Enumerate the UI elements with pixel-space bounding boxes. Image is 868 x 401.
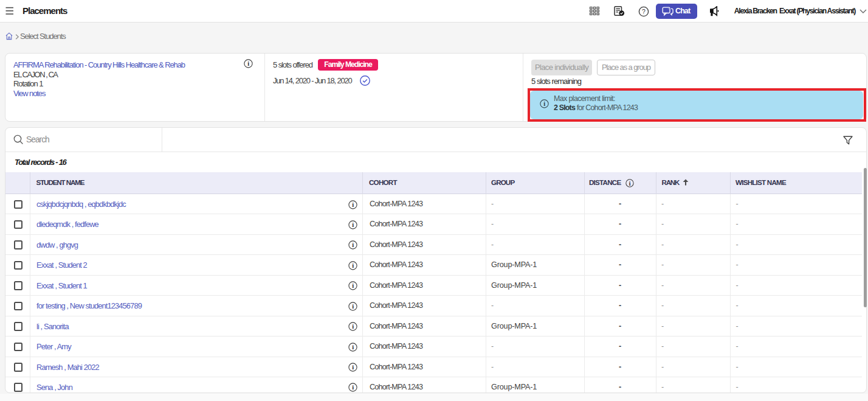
svg-text:?: ? [642, 8, 646, 15]
svg-text:i: i [352, 262, 354, 269]
svg-text:i: i [247, 60, 249, 67]
svg-text:i: i [352, 242, 354, 249]
svg-text:i: i [352, 303, 354, 310]
svg-text:i: i [352, 344, 354, 350]
svg-text:i: i [629, 180, 631, 187]
svg-text:i: i [352, 221, 354, 228]
svg-text:i: i [352, 323, 354, 330]
svg-text:i: i [352, 201, 354, 208]
svg-text:i: i [352, 364, 354, 371]
svg-text:i: i [352, 385, 354, 391]
svg-text:i: i [352, 283, 354, 290]
